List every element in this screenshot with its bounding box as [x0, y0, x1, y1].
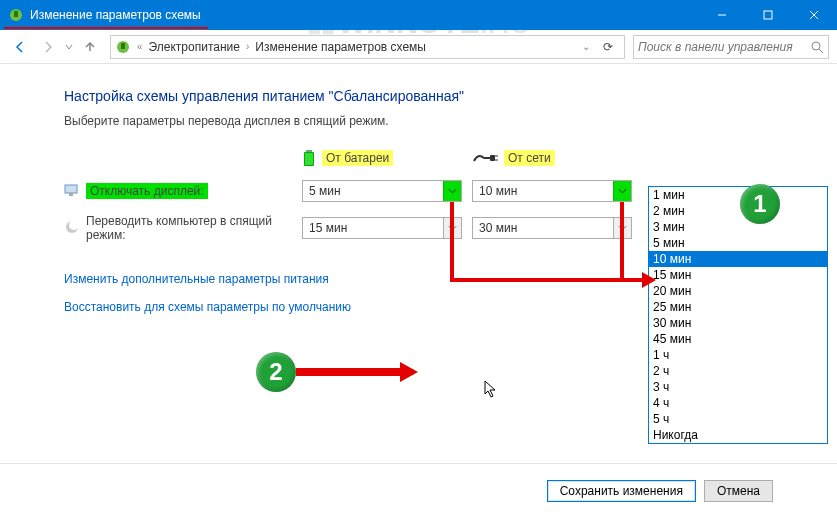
column-header-ac: От сети — [472, 150, 632, 166]
svg-rect-20 — [65, 185, 77, 193]
dropdown-option[interactable]: 25 мин — [649, 299, 827, 315]
dropdown-option[interactable]: 20 мин — [649, 283, 827, 299]
page-title: Настройка схемы управления питанием "Сба… — [64, 88, 773, 104]
dropdown-option[interactable]: 45 мин — [649, 331, 827, 347]
chevron-right-icon: › — [244, 41, 251, 52]
dropdown-option[interactable]: Никогда — [649, 427, 827, 443]
dropdown-option[interactable]: 3 ч — [649, 379, 827, 395]
dropdown-list[interactable]: 1 мин2 мин3 мин5 мин10 мин15 мин20 мин25… — [648, 186, 828, 444]
annotation-badge-2: 2 — [256, 352, 296, 392]
svg-rect-16 — [305, 153, 313, 165]
annotation-arrowhead — [400, 362, 418, 382]
link-advanced-settings[interactable]: Изменить дополнительные параметры питани… — [64, 272, 329, 286]
dropdown-sleep-battery[interactable]: 15 мин — [302, 217, 462, 239]
link-restore-defaults[interactable]: Восстановить для схемы параметры по умол… — [64, 300, 351, 314]
search-icon[interactable] — [810, 40, 824, 54]
svg-rect-21 — [69, 193, 73, 196]
chevron-down-icon — [448, 188, 457, 194]
breadcrumb-item[interactable]: Электропитание — [149, 40, 240, 54]
power-icon — [8, 7, 24, 23]
dropdown-option[interactable]: 4 ч — [649, 395, 827, 411]
moon-icon — [64, 219, 80, 235]
column-header-battery: От батареи — [302, 148, 462, 168]
breadcrumb[interactable]: « Электропитание › Изменение параметров … — [110, 35, 625, 59]
minimize-button[interactable] — [699, 0, 745, 30]
nav-forward-button[interactable] — [36, 35, 60, 59]
chevron-down-icon — [618, 188, 627, 194]
power-small-icon — [115, 39, 131, 55]
dropdown-option[interactable]: 2 ч — [649, 363, 827, 379]
dropdown-option[interactable]: 30 мин — [649, 315, 827, 331]
dropdown-option[interactable]: 5 ч — [649, 411, 827, 427]
nav-up-button[interactable] — [78, 35, 102, 59]
cursor-icon — [484, 380, 500, 400]
refresh-icon[interactable]: ⟳ — [596, 40, 620, 54]
breadcrumb-item[interactable]: Изменение параметров схемы — [255, 40, 426, 54]
monitor-icon — [64, 182, 80, 198]
cancel-button[interactable]: Отмена — [704, 480, 773, 502]
chevron-down-icon[interactable] — [64, 40, 74, 54]
svg-rect-17 — [490, 155, 495, 161]
window-title: Изменение параметров схемы — [30, 8, 201, 22]
row-label-display: Отключать дисплей: — [64, 182, 292, 201]
dropdown-option[interactable]: 1 ч — [649, 347, 827, 363]
dropdown-display-ac[interactable]: 10 мин — [472, 180, 632, 202]
title-underline-annotation — [4, 27, 208, 29]
annotation-arrow — [296, 368, 400, 376]
footer: Сохранить изменения Отмена — [0, 463, 837, 517]
maximize-button[interactable] — [745, 0, 791, 30]
save-button[interactable]: Сохранить изменения — [547, 480, 696, 502]
search-box[interactable] — [633, 35, 829, 59]
dropdown-display-battery[interactable]: 5 мин — [302, 180, 462, 202]
row-label-sleep: Переводить компьютер в спящий режим: — [64, 214, 292, 242]
svg-rect-5 — [14, 11, 18, 17]
annotation-arrowhead — [642, 272, 656, 288]
dropdown-option[interactable]: 15 мин — [649, 267, 827, 283]
dropdown-option[interactable]: 10 мин — [649, 251, 827, 267]
dropdown-option[interactable]: 2 мин — [649, 203, 827, 219]
svg-rect-14 — [306, 150, 312, 152]
annotation-badge-1: 1 — [740, 184, 780, 224]
dropdown-option[interactable]: 1 мин — [649, 187, 827, 203]
svg-point-23 — [69, 220, 79, 230]
page-subtext: Выберите параметры перевода дисплея в сп… — [64, 114, 773, 128]
dropdown-option[interactable]: 3 мин — [649, 219, 827, 235]
svg-rect-11 — [121, 43, 125, 49]
titlebar: Изменение параметров схемы — [0, 0, 837, 30]
dropdown-sleep-ac[interactable]: 30 мин — [472, 217, 632, 239]
annotation-arrow — [620, 202, 624, 280]
svg-point-12 — [812, 42, 820, 50]
svg-line-13 — [819, 49, 823, 53]
close-button[interactable] — [791, 0, 837, 30]
dropdown-option[interactable]: 5 мин — [649, 235, 827, 251]
nav-back-button[interactable] — [8, 35, 32, 59]
annotation-arrow — [450, 278, 642, 282]
svg-rect-7 — [764, 11, 772, 19]
chevron-down-icon[interactable]: ⌄ — [580, 41, 592, 52]
annotation-arrow — [450, 202, 454, 280]
nav-row: « Электропитание › Изменение параметров … — [0, 30, 837, 64]
battery-icon — [302, 148, 316, 168]
plug-icon — [472, 151, 498, 165]
search-input[interactable] — [638, 40, 806, 54]
